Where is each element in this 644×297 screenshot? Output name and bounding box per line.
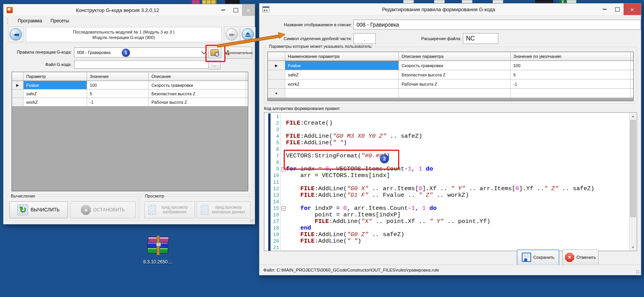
file-extension-input[interactable]: NC <box>463 33 498 44</box>
menu-presets[interactable]: Пресеты <box>50 18 69 24</box>
compute-button[interactable]: ↻ ВЫЧИСЛИТЬ <box>9 201 68 218</box>
column-header[interactable]: Описание параметра <box>399 52 511 61</box>
table-cell[interactable]: Fvalue <box>24 81 87 89</box>
column-header[interactable]: Наименование параметра <box>285 52 399 61</box>
winrar-desktop-icon[interactable] <box>147 236 169 256</box>
code-line[interactable]: 13 FILE:AddLine("G1 F" .. Fvalue .. " Z"… <box>264 192 637 199</box>
table-row[interactable]: workZРабочая высота Z-1 <box>268 79 633 89</box>
table-cell[interactable]: workZ <box>24 98 87 106</box>
column-header[interactable]: Описание <box>149 72 246 81</box>
fold-collapse-icon[interactable] <box>281 206 286 211</box>
code-line[interactable]: 11 <box>264 179 637 186</box>
table-cell[interactable]: Безопастная высота Z <box>149 89 246 98</box>
table-cell[interactable] <box>399 89 511 98</box>
column-header[interactable]: Значение <box>87 72 149 81</box>
code-line[interactable]: 5FILE:AddLine(" ") <box>264 140 637 146</box>
table-row[interactable]: safeZБезопастная высота Z5 <box>268 70 633 79</box>
row-selector-cell[interactable] <box>268 79 285 88</box>
code-line[interactable]: 18 end <box>264 225 637 231</box>
save-button[interactable]: Сохранить <box>517 250 559 265</box>
table-cell[interactable]: safeZ <box>285 70 399 79</box>
menu-program[interactable]: Программа <box>18 18 42 24</box>
scroll-up-icon[interactable]: ▲ <box>630 113 636 119</box>
table-cell[interactable]: Скорость гравировки <box>149 81 246 89</box>
right-titlebar[interactable]: Редактирование правила формирования G-ко… <box>259 3 641 15</box>
fold-margin[interactable] <box>281 205 286 212</box>
table-cell[interactable] <box>511 89 631 98</box>
nav-back-button[interactable]: ◀◀ <box>8 27 24 42</box>
fold-margin[interactable] <box>281 218 286 225</box>
table-cell[interactable]: Безопастная высота Z <box>399 70 511 79</box>
row-selector-cell[interactable]: ▶ <box>268 61 285 70</box>
scroll-down-icon[interactable]: ▼ <box>630 244 636 250</box>
table-cell[interactable]: -1 <box>511 79 631 88</box>
column-header[interactable]: Параметр <box>24 72 87 81</box>
table-cell[interactable]: safeZ <box>24 89 87 98</box>
rule-name-input[interactable]: 008 - Гравировка <box>353 20 641 30</box>
fold-margin[interactable] <box>281 113 286 120</box>
table-cell[interactable]: workZ <box>285 79 399 88</box>
chevron-down-icon[interactable] <box>201 49 207 54</box>
row-selector-cell[interactable]: ▶ <box>12 81 24 89</box>
fold-margin[interactable] <box>281 179 286 186</box>
edit-rule-button[interactable] <box>208 47 221 58</box>
minimize-button[interactable] <box>217 4 229 16</box>
winrar-icon-label[interactable]: 8.3.10.2650.... <box>135 259 181 265</box>
code-scrollbar[interactable]: ▲ ▼ <box>629 113 636 250</box>
fold-margin[interactable] <box>281 120 286 127</box>
code-line[interactable]: 12 FILE:AddLine("G0 X" .. arr.Items[0].X… <box>264 186 637 192</box>
rules-combobox[interactable]: 008 - Гравировка <box>74 47 212 57</box>
table-cell[interactable]: Рабочая высота Z <box>399 79 511 88</box>
table-cell[interactable]: 100 <box>511 61 631 70</box>
fold-margin[interactable] <box>281 212 286 218</box>
close-button[interactable]: × <box>624 3 641 15</box>
browse-file-button[interactable]: ... <box>208 60 220 69</box>
column-header[interactable]: Значение по умолчанию <box>511 52 631 61</box>
left-resize-grip[interactable] <box>250 219 254 223</box>
table-cell[interactable]: 100 <box>87 81 149 89</box>
minimize-button[interactable] <box>598 3 611 15</box>
fold-margin[interactable] <box>281 133 286 140</box>
code-line[interactable]: 2FILE:Create() <box>264 120 637 127</box>
fold-margin[interactable] <box>281 192 286 199</box>
table-row[interactable]: ∗ <box>268 89 633 98</box>
code-line[interactable]: 20 FILE:AddLine(" ") <box>264 238 637 245</box>
decimal-separator-input[interactable]: . <box>353 33 376 44</box>
code-editor[interactable]: 12FILE:Create()34FILE:AddLine("G0 M3 X0 … <box>264 112 637 251</box>
scroll-thumb[interactable] <box>630 120 636 217</box>
fold-margin[interactable] <box>281 153 286 159</box>
close-button[interactable]: × <box>242 4 255 16</box>
code-line[interactable]: 8 <box>264 159 637 166</box>
fold-margin[interactable] <box>281 238 286 245</box>
table-cell[interactable]: Рабочая высота Z <box>149 98 246 106</box>
fold-margin[interactable] <box>281 231 286 238</box>
code-line[interactable]: 3 <box>264 127 637 133</box>
table-row[interactable]: ▶FvalueСкорость гравировки100 <box>268 61 633 70</box>
table-row[interactable]: safeZ5Безопастная высота Z <box>12 89 248 98</box>
maximize-button[interactable] <box>611 3 624 15</box>
maximize-button[interactable] <box>229 4 242 16</box>
nav-forward-button[interactable]: ▶▶ <box>224 27 239 42</box>
fold-margin[interactable] <box>281 199 286 205</box>
left-titlebar[interactable]: Конструктор G-кода версия 3.2.0.12 × <box>3 4 255 16</box>
fold-margin[interactable] <box>281 225 286 231</box>
row-selector-cell[interactable] <box>12 98 24 106</box>
cancel-button[interactable]: × Отменить <box>562 250 599 265</box>
fold-margin[interactable] <box>281 166 286 172</box>
table-cell[interactable]: Скорость гравировки <box>399 61 511 70</box>
code-line[interactable]: 19 FILE:AddLine("G0 Z" .. safeZ) <box>264 231 637 238</box>
table-cell[interactable] <box>285 89 399 98</box>
fold-margin[interactable] <box>281 146 286 153</box>
code-line[interactable]: 16 point = arr.Items[indxP] <box>264 212 637 218</box>
code-line[interactable]: 4FILE:AddLine("G0 M3 X0 Y0 Z" .. safeZ) <box>264 133 637 140</box>
code-line[interactable]: 14 <box>264 199 637 205</box>
table-row[interactable]: workZ-1Рабочая высота Z <box>12 98 248 106</box>
code-line[interactable]: 15 for indxP = 0, arr.Items.Count-1, 1 d… <box>264 205 637 212</box>
fold-margin[interactable] <box>281 159 286 166</box>
fold-margin[interactable] <box>281 172 286 179</box>
preview-image-button[interactable]: пред.просмотр изображения <box>144 201 195 218</box>
advanced-button[interactable]: Дополнительно <box>225 47 252 59</box>
gcode-file-input[interactable] <box>74 60 212 69</box>
fold-margin[interactable] <box>281 245 286 251</box>
fold-margin[interactable] <box>281 127 286 133</box>
